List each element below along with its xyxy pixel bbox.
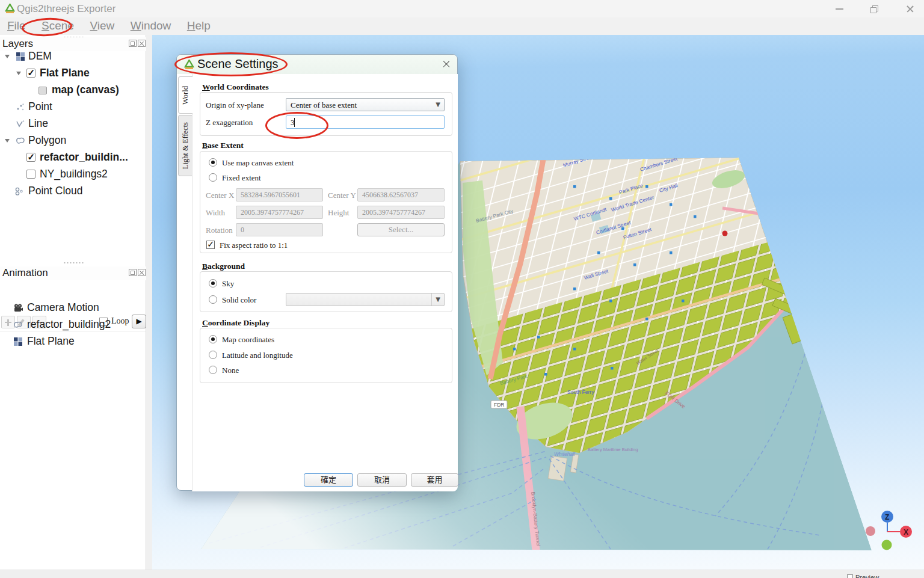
axis-x-label: X [904,528,908,536]
menu-view[interactable]: View [87,18,117,34]
dem-layer-icon [13,337,23,346]
status-bar: Preview [0,570,924,578]
animation-panel-drag-handle[interactable] [63,262,84,264]
animation-item-refactor-building2[interactable]: refactor_building2 [0,316,146,333]
layer-item-point-cloud[interactable]: Point Cloud [0,183,146,200]
layer-item-label: map (canvas) [52,84,119,96]
dialog-close-icon[interactable] [440,58,452,70]
layer-checkbox[interactable] [26,69,35,78]
chevron-down-icon: ▼ [436,101,440,108]
animation-item-camera-motion[interactable]: Camera Motion [0,300,146,316]
preview-toggle[interactable]: Preview [847,574,879,578]
none-radio[interactable] [209,366,217,374]
layer-item-label: Point [28,100,52,113]
expander-arrow-icon[interactable] [5,55,10,58]
layers-float-icon[interactable] [129,40,137,47]
restore-button[interactable] [861,0,889,17]
origin-label: Origin of xy-plane [206,100,264,110]
center-x-label: Center X [206,191,234,200]
tab-light-effects[interactable]: Light & Effects [178,115,192,176]
select-extent-button: Select... [357,223,445,236]
point-cloud-layer-icon [14,186,24,196]
use-canvas-extent-label: Use map canvas extent [222,158,294,168]
lat-lon-radio[interactable] [209,351,217,359]
animation-float-icon[interactable] [129,269,137,276]
axis-y-dot[interactable] [882,540,892,550]
layer-item-line[interactable]: Line [0,115,146,132]
dem-layer-icon [16,52,25,61]
layer-item-label: Flat Plane [40,67,90,79]
solid-color-radio[interactable] [209,295,217,304]
dialog-body: World Coordinates Origin of xy-plane Cen… [192,74,458,491]
cancel-button[interactable]: 取消 [357,473,407,487]
origin-combobox[interactable]: Center of base extent ▼ [286,98,445,111]
layer-item-label: refactor_buildin... [40,151,128,164]
fix-aspect-checkbox[interactable] [206,241,215,249]
ok-button[interactable]: 確定 [304,473,353,487]
apply-button[interactable]: 套用 [411,473,458,487]
animation-item-flat-plane[interactable]: Flat Plane [0,333,146,350]
map-coordinates-radio[interactable] [209,335,217,343]
minimize-button[interactable] [826,0,854,17]
layer-checkbox[interactable] [26,170,35,179]
world-coordinates-heading: World Coordinates [202,82,269,92]
expander-arrow-icon[interactable] [5,139,10,143]
layer-item-dem[interactable]: DEM [0,48,146,65]
layer-item-label: DEM [28,50,52,63]
width-value: 2005.3974757774267 [241,208,304,217]
animation-item-label: Camera Motion [27,301,99,314]
fix-aspect-label: Fix aspect ratio to 1:1 [220,241,288,250]
center-y-label: Center Y [328,191,356,200]
layer-item-label: NY_buildings2 [40,168,108,180]
center-y-input: 4506638.62567037 [357,188,445,201]
menu-help[interactable]: Help [185,18,213,34]
layer-item-map-canvas[interactable]: map (canvas) [0,82,146,99]
width-input: 2005.3974757774267 [236,206,323,219]
polygon-layer-icon [16,136,25,146]
expander-arrow-icon[interactable] [16,72,21,75]
layers-close-icon[interactable] [138,40,146,47]
layer-item-ny-buildings2[interactable]: NY_buildings2 [0,166,146,183]
layer-item-refactor-buildings[interactable]: refactor_buildin... [0,149,146,166]
app-logo-icon [5,4,15,14]
side-panels: Layers DEM Flat Plane map (canvas) Point… [0,35,146,570]
layer-item-flat-plane[interactable]: Flat Plane [0,65,146,82]
use-canvas-extent-radio[interactable] [209,158,217,167]
height-input: 2005.3974757774267 [357,206,445,219]
rotation-value: 0 [241,226,244,235]
rotation-input: 0 [236,223,323,236]
layer-item-label: Polygon [28,134,66,147]
height-label: Height [328,208,349,218]
rotation-label: Rotation [206,226,233,235]
preview-checkbox[interactable] [847,574,853,578]
preview-label: Preview [855,574,879,578]
animation-close-icon[interactable] [138,269,146,276]
center-y-value: 4506638.62567037 [362,191,418,200]
solid-color-label: Solid color [222,295,256,305]
origin-value: Center of base extent [291,100,357,110]
window-title: Qgis2threejs Exporter [17,3,116,15]
fixed-extent-label: Fixed extent [222,173,261,183]
animation-item-label: Flat Plane [27,335,75,348]
animation-panel-header: Animation [0,266,146,280]
close-button[interactable] [896,0,924,17]
axis-gizmo[interactable]: Z X [862,501,924,558]
map-canvas-icon [38,87,47,94]
layer-item-label: Point Cloud [28,185,82,197]
annotation-circle-z-exaggeration [265,112,328,139]
menu-bar: File Scene View Window Help [0,17,924,35]
line-layer-icon [16,119,25,129]
tab-world[interactable]: World [178,76,192,114]
fixed-extent-radio[interactable] [209,173,217,182]
menu-window[interactable]: Window [128,18,174,34]
layer-item-polygon[interactable]: Polygon [0,132,146,149]
sky-radio[interactable] [209,279,217,287]
layer-checkbox[interactable] [26,153,35,162]
chevron-down-icon: ▼ [436,296,440,303]
layer-item-label: Line [28,117,48,130]
axis-y-neg-dot[interactable] [866,526,875,536]
animation-panel-title: Animation [2,267,48,279]
layer-item-point[interactable]: Point [0,99,146,115]
polygon-layer-icon [13,320,23,330]
annotation-circle-dialog-title [174,52,288,76]
